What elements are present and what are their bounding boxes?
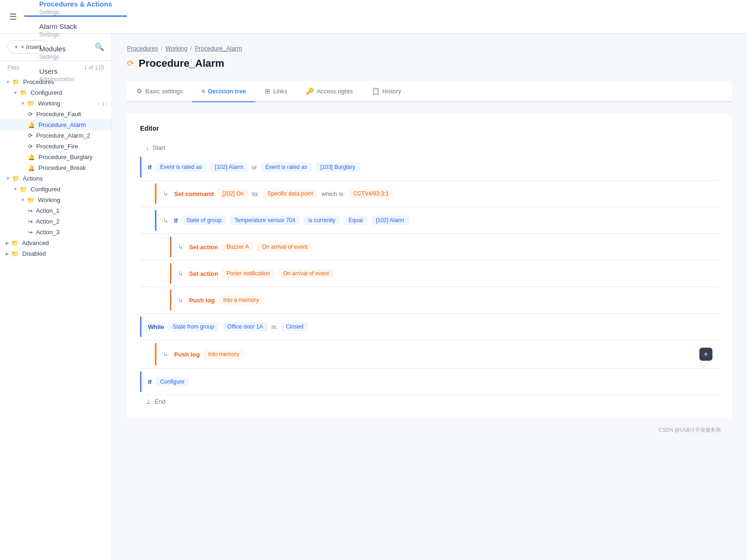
tab-icon-history: 📋 <box>372 87 380 95</box>
file-label: Action_1 <box>35 207 60 214</box>
folder-label: Configurerd <box>29 89 63 96</box>
tag[interactable]: Equal <box>344 216 367 225</box>
tab-access[interactable]: 🔑 Access rights <box>296 81 362 102</box>
tag[interactable]: Office door 1A <box>223 322 268 331</box>
folder-label: Advanced <box>21 239 49 246</box>
tree-item-procedure_fire[interactable]: ⟳ Procedure_Fire <box>0 141 112 152</box>
tree-item-actions[interactable]: ▼📁 Actions <box>0 173 112 184</box>
end-label: End <box>155 398 165 405</box>
flow-row-row9[interactable]: IfConfigure <box>140 371 719 392</box>
tag[interactable]: Event is rated as <box>261 162 312 172</box>
hamburger-menu[interactable]: ☰ <box>9 0 24 33</box>
page-prev[interactable]: ‹ <box>98 101 100 106</box>
flow-rows-container: IfEvent is rated as[102] AlarmorEvent is… <box>140 157 719 395</box>
tree-item-action_1[interactable]: ↪ Action_1 <box>0 205 112 216</box>
flow-row-row1[interactable]: IfEvent is rated as[102] AlarmorEvent is… <box>140 157 719 177</box>
tree-item-procedure_burglary[interactable]: 🔔 Procedure_Burglary <box>0 152 112 162</box>
tag[interactable]: Into a memory <box>218 295 264 305</box>
file-icon: 🔔 <box>28 122 35 128</box>
folder-caret[interactable]: ▼ <box>13 90 18 95</box>
tag[interactable]: [202] On <box>218 189 248 198</box>
folder-caret[interactable]: ▼ <box>6 176 10 181</box>
file-label: Action_2 <box>35 218 60 225</box>
flow-row-row6[interactable]: ↳Push logInto a memory <box>170 290 719 310</box>
tag[interactable]: is currently <box>303 216 340 225</box>
flow-row-row8[interactable]: ↳Push logInto memory+ <box>155 343 719 365</box>
tree-item-configurerd[interactable]: ▼📁 Configurerd <box>0 87 112 98</box>
folder-caret[interactable]: ▼ <box>13 187 18 192</box>
tag[interactable]: On arrival of event <box>279 269 334 278</box>
tag[interactable]: Buzzer A <box>222 242 254 252</box>
nav-tab-title-users: Users <box>39 67 112 75</box>
tree-item-working[interactable]: ▼📁 Working <box>0 195 112 205</box>
row-divider <box>140 287 719 287</box>
file-icon: ↪ <box>28 218 33 225</box>
keyword: If <box>148 164 152 171</box>
tag[interactable]: [103] Burglary <box>316 162 360 172</box>
folder-caret[interactable]: ▼ <box>6 79 10 84</box>
tree-item-procedure_fault[interactable]: ⟳ Procedure_Fault <box>0 109 112 119</box>
flow-row-row7[interactable]: WhileState from groupOffice door 1Ais:Cl… <box>140 316 719 337</box>
tag[interactable]: State from group <box>168 322 219 331</box>
tag[interactable]: Temperature sensor 704 <box>230 216 300 225</box>
tag[interactable]: Specific data point <box>263 189 318 198</box>
tree-item-advanced[interactable]: ▶📁 Advanced <box>0 238 112 248</box>
flow-row-row3[interactable]: ↳IfState of groupTemperature sensor 704i… <box>155 210 719 231</box>
editor-section: Editor ↓ Start IfEvent is rated as[102] … <box>127 113 732 419</box>
folder-caret[interactable]: ▶ <box>6 240 9 245</box>
keyword-orange: Set action <box>189 244 218 251</box>
breadcrumb-item-procedures[interactable]: Procedures <box>127 45 158 52</box>
tab-decision[interactable]: ≡ Decision tree <box>192 81 255 102</box>
nav-tab-modules[interactable]: Modules Settings <box>24 45 127 62</box>
tag[interactable]: [102] Alarm <box>371 216 409 225</box>
file-label: Action_3 <box>35 229 60 236</box>
folder-icon: 📁 <box>20 89 27 96</box>
keyword: If <box>148 378 152 385</box>
tree-item-action_3[interactable]: ↪ Action_3 <box>0 227 112 238</box>
flow-text: is: <box>272 323 278 330</box>
breadcrumb-item-procedure_alarm[interactable]: Procedure_Alarm <box>195 45 242 52</box>
tab-basic[interactable]: ⚙ Basic settings <box>127 81 192 102</box>
flow-start: ↓ Start <box>140 141 719 154</box>
tree-item-action_2[interactable]: ↪ Action_2 <box>0 216 112 227</box>
page-num: 1 <box>101 101 104 106</box>
tree-item-configured[interactable]: ▼📁 Configured <box>0 184 112 195</box>
tag[interactable]: Event is rated as <box>155 162 206 172</box>
tree-item-procedure_alarm_2[interactable]: ⟳ Procedure_Alarm_2 <box>0 130 112 141</box>
nav-tab-users[interactable]: Users Administration <box>24 67 127 84</box>
tag[interactable]: Into memory <box>204 350 244 359</box>
folder-icon: 📁 <box>20 186 27 193</box>
nav-tab-procedures[interactable]: Procedures & Actions Settings <box>24 0 127 17</box>
tag[interactable]: Configure <box>155 377 189 386</box>
tab-label-links: Links <box>273 88 287 95</box>
folder-caret[interactable]: ▼ <box>21 101 25 106</box>
page-title-icon: ⟳ <box>127 58 134 69</box>
folder-caret[interactable]: ▼ <box>21 197 25 203</box>
tab-links[interactable]: ⊞ Links <box>255 81 296 102</box>
page-next[interactable]: › <box>106 101 108 106</box>
tree-item-working[interactable]: ▼📁 Working ‹ 1 › <box>0 98 112 109</box>
folder-caret[interactable]: ▶ <box>6 251 9 256</box>
tag[interactable]: Porter notification <box>222 269 275 278</box>
file-label: Procedure_Alarm_2 <box>35 132 90 139</box>
tree-item-disabled[interactable]: ▶📁 Disabled <box>0 248 112 259</box>
nav-tab-alarm[interactable]: Alarm Stack Settings <box>24 22 127 39</box>
flow-row-row4[interactable]: ↳Set actionBuzzer AOn arrival of event <box>170 237 719 257</box>
indent-icon: ↳ <box>178 270 183 277</box>
tag[interactable]: State of group <box>182 216 226 225</box>
flow-row-row5[interactable]: ↳Set actionPorter notificationOn arrival… <box>170 263 719 284</box>
tree-item-procedure_break[interactable]: 🔔 Procedure_Break <box>0 162 112 173</box>
keyword: If <box>174 217 178 224</box>
add-button[interactable]: + <box>699 348 712 361</box>
tab-history[interactable]: 📋 History <box>362 81 410 102</box>
tree-item-procedure_alarm[interactable]: 🔔 Procedure_Alarm <box>0 119 112 130</box>
nav-tab-sub-modules: Settings <box>39 54 112 60</box>
flow-row-row2[interactable]: ↳Set command[202] Onto:Specific data poi… <box>155 183 719 204</box>
tag[interactable]: CCTV4/93:3:1 <box>349 189 394 198</box>
tag[interactable]: [102] Alarm <box>210 162 248 172</box>
breadcrumb-item-working[interactable]: Working <box>165 45 187 52</box>
tag[interactable]: On arrival of event <box>257 242 312 252</box>
tag[interactable]: Closed <box>282 322 308 331</box>
tab-icon-links: ⊞ <box>265 87 270 95</box>
breadcrumb: Procedures/Working/Procedure_Alarm <box>127 45 732 52</box>
